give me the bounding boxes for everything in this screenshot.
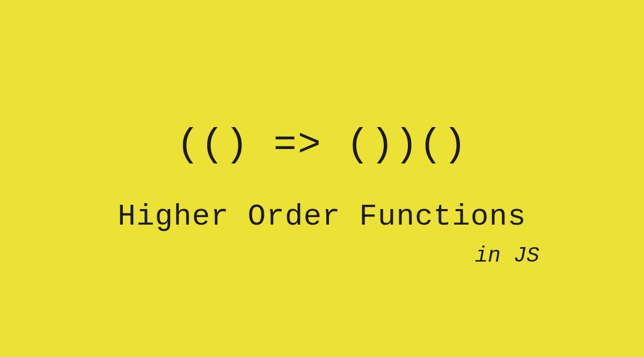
slide-title: Higher Order Functions — [118, 199, 526, 234]
code-snippet: (() => ())() — [177, 123, 467, 167]
slide-subtitle: in JS — [475, 244, 539, 268]
